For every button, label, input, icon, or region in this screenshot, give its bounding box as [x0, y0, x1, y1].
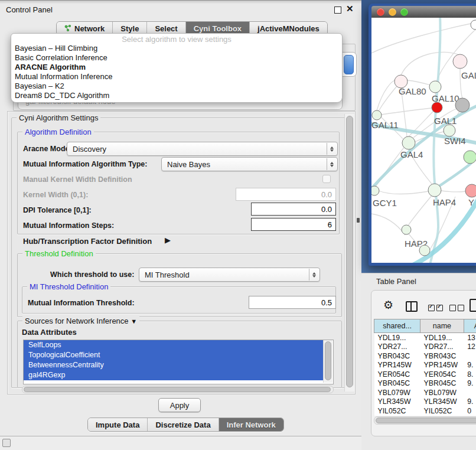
aracne-mode-combo[interactable]: Discovery — [67, 142, 338, 156]
node-attribute-table[interactable]: shared...nameAYDL19...YDL19...13YDR27...… — [374, 319, 476, 416]
algorithm-option[interactable]: Basic Correlation Inference — [15, 53, 338, 63]
mi-threshold-field[interactable]: 0.5 — [249, 296, 336, 309]
data-attributes-list[interactable]: SelfLoopsTopologicalCoefficientBetweenne… — [23, 340, 334, 384]
attribute-list-item[interactable]: SelfLoops — [24, 340, 324, 350]
attribute-list-item[interactable]: BetweennessCentrality — [24, 360, 324, 370]
table-row[interactable]: YER054CYER054C8. — [374, 370, 476, 379]
network-node[interactable] — [402, 136, 415, 149]
table-cell: YBR043C — [420, 351, 464, 361]
close-traffic-light-icon[interactable] — [377, 8, 384, 16]
network-node[interactable] — [429, 81, 441, 93]
network-node[interactable] — [465, 184, 476, 197]
combo-spinner-icon[interactable] — [309, 269, 319, 281]
combo-spinner-focused[interactable] — [344, 55, 354, 74]
expand-arrow-icon[interactable]: ▶ — [165, 236, 171, 244]
algorithm-option[interactable]: Mutual Information Inference — [15, 72, 338, 81]
network-edge-thick[interactable] — [438, 164, 471, 187]
splitter-grip[interactable] — [357, 218, 360, 223]
split-view-icon[interactable] — [406, 301, 418, 312]
network-edge-thick[interactable] — [371, 104, 476, 193]
scrollbar-thumb[interactable] — [376, 418, 476, 423]
network-node[interactable] — [453, 54, 467, 69]
network-edge-thick[interactable] — [431, 18, 440, 262]
table-row[interactable]: YPR145WYPR145W9. — [374, 361, 476, 370]
column-header-shared[interactable]: shared... — [374, 319, 420, 333]
network-node[interactable] — [471, 20, 476, 30]
network-node[interactable] — [428, 184, 441, 197]
manual-kernel-checkbox[interactable] — [322, 175, 331, 183]
which-threshold-combo[interactable]: MI Threshold — [139, 268, 320, 282]
minimize-traffic-light-icon[interactable] — [389, 8, 396, 16]
network-window-titlebar[interactable] — [371, 6, 476, 18]
horizontal-scrollbar[interactable] — [22, 386, 334, 393]
attribute-list-item[interactable]: TopologicalCoefficient — [24, 350, 324, 360]
sources-title: Sources for Network Inference ▼ — [22, 317, 139, 325]
network-edge[interactable] — [401, 52, 459, 75]
network-node[interactable] — [444, 125, 455, 136]
zoom-traffic-light-icon[interactable] — [400, 8, 408, 16]
table-panel: Table Panel ⚙ shared...nameAYDL19...YDL1… — [361, 273, 476, 450]
algorithm-option[interactable]: ARACNE Algorithm — [15, 63, 338, 72]
table-row[interactable]: YBR045CYBR045C9. — [374, 379, 476, 389]
table-cell: 9. — [464, 397, 476, 407]
collapse-arrow-icon[interactable]: ▼ — [131, 318, 137, 325]
network-edge[interactable] — [382, 108, 432, 115]
panel-corner-icon[interactable] — [2, 439, 11, 447]
network-edge[interactable] — [407, 80, 430, 85]
algorithm-option[interactable]: Dream8 DC_TDC Algorithm — [15, 91, 338, 100]
attribute-list-item[interactable]: gal4RGexp — [24, 370, 324, 380]
network-canvas[interactable]: GALGAL80GAL10GAL1GAL11GAL4SWI4GCY1HAP4YH… — [371, 18, 476, 263]
network-node[interactable] — [371, 186, 379, 195]
gear-icon[interactable]: ⚙ — [383, 299, 393, 311]
table-cell: YER054C — [420, 370, 464, 379]
network-node-label: GAL80 — [399, 86, 426, 96]
table-horizontal-scrollbar[interactable] — [374, 416, 476, 425]
network-edge[interactable] — [371, 214, 405, 235]
combo-spinner-icon[interactable] — [327, 158, 337, 170]
table-row[interactable]: YBR043CYBR043C — [374, 351, 476, 361]
apply-button[interactable]: Apply — [158, 398, 201, 412]
settings-vertical-scrollbar[interactable] — [344, 114, 354, 392]
dpi-tolerance-field[interactable]: 0.0 — [251, 203, 336, 216]
network-edge[interactable] — [441, 191, 466, 192]
scrollbar-thumb[interactable] — [346, 116, 353, 387]
column-header-name[interactable]: name — [420, 319, 464, 333]
algorithm-option[interactable]: Bayesian – Hill Climbing — [15, 44, 338, 53]
algorithm-option[interactable]: Bayesian – K2 — [15, 81, 338, 91]
network-node[interactable] — [432, 102, 442, 113]
table-card: ⚙ shared...nameAYDL19...YDL19...13YDR27.… — [371, 290, 476, 436]
network-view-window[interactable]: GALGAL80GAL10GAL1GAL11GAL4SWI4GCY1HAP4YH… — [369, 4, 476, 266]
network-node[interactable] — [402, 225, 411, 234]
algorithm-list: Bayesian – Hill ClimbingBasic Correlatio… — [15, 44, 338, 100]
combo-spinner-icon[interactable] — [327, 143, 337, 155]
float-window-icon[interactable] — [334, 6, 341, 14]
list-vertical-scrollbar[interactable] — [323, 340, 332, 383]
table-row[interactable]: YDL19...YDL19...13 — [374, 333, 476, 343]
document-icon[interactable] — [470, 299, 476, 312]
network-node[interactable] — [464, 151, 476, 164]
table-row[interactable]: YDR27...YDR27...12 — [374, 343, 476, 352]
network-edge[interactable] — [408, 195, 432, 226]
table-row[interactable]: YLR345WYLR345W9. — [374, 397, 476, 407]
close-icon[interactable]: ✕ — [346, 4, 354, 14]
scrollbar-thumb[interactable] — [24, 387, 331, 392]
table-row[interactable]: YIL052CYIL052C0 — [374, 406, 476, 416]
tab-infer-network[interactable]: Infer Network — [219, 418, 283, 431]
network-edge[interactable] — [371, 24, 471, 53]
scrollbar-thumb[interactable] — [325, 341, 331, 380]
network-node-label: GCY1 — [373, 198, 397, 208]
deselect-all-icon[interactable] — [449, 303, 464, 314]
network-edge[interactable] — [377, 80, 395, 110]
tab-impute-data[interactable]: Impute Data — [88, 418, 148, 431]
network-node[interactable] — [372, 110, 382, 120]
select-all-icon[interactable] — [428, 303, 443, 314]
mi-type-combo[interactable]: Naive Bayes — [161, 157, 338, 171]
mi-steps-field[interactable]: 6 — [251, 218, 336, 231]
network-node[interactable] — [419, 245, 430, 256]
tab-discretize-data[interactable]: Discretize Data — [148, 418, 219, 431]
network-edge[interactable] — [379, 191, 428, 194]
table-row[interactable]: YBL079WYBL079W — [374, 388, 476, 397]
kernel-width-field[interactable]: 0.0 — [236, 188, 336, 201]
network-node[interactable] — [455, 98, 470, 112]
column-header-A[interactable]: A — [464, 319, 476, 333]
